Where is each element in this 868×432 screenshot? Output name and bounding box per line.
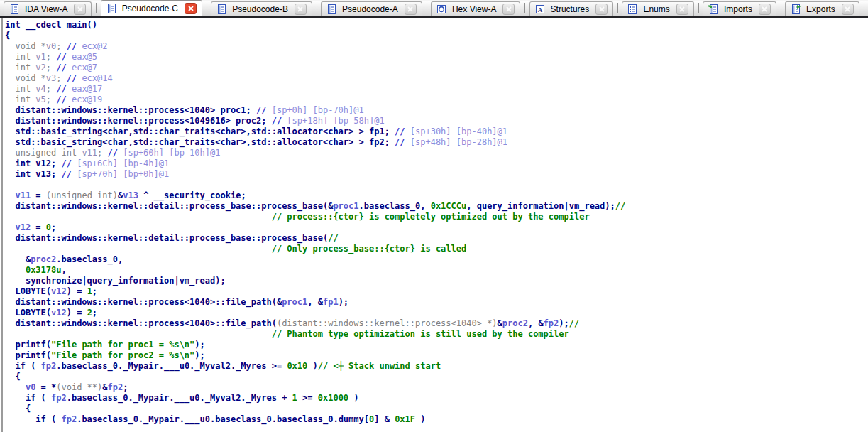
code-token[interactable]: fp2 [61, 414, 77, 424]
code-token[interactable]: ; [56, 41, 66, 51]
code-token[interactable]: fp2 [108, 382, 123, 392]
code-line[interactable]: int v2; // ecx@7 [5, 63, 868, 73]
code-token[interactable]: [sp+0h] [bp-70h]@1 [266, 105, 363, 115]
code-token[interactable]: ] & [374, 414, 395, 424]
code-token[interactable]: // <┼ Stack unwind start [318, 361, 441, 371]
code-token[interactable]: 0 [46, 222, 51, 232]
code-token[interactable]: .baseclass_0._Mypair.___u0._Myval2._Myre… [56, 361, 287, 371]
code-line[interactable]: distant::windows::kernel::detail::proces… [5, 233, 868, 244]
code-token[interactable]: 2 [87, 308, 92, 318]
code-token[interactable]: ; [97, 148, 107, 158]
code-token[interactable]: { [15, 372, 20, 382]
code-token[interactable]: std::basic_string<char,std::char_traits<… [15, 137, 395, 147]
code-token[interactable]: // [395, 126, 405, 136]
code-token[interactable]: if ( [35, 414, 61, 424]
code-token[interactable]: // [61, 169, 71, 179]
code-token[interactable]: [sp+18h] [bp-58h]@1 [282, 116, 385, 126]
code-token[interactable]: v3 [46, 73, 56, 83]
code-line[interactable]: void *v3; // ecx@14 [5, 73, 868, 84]
code-token[interactable]: [sp+60h] [bp-10h]@1 [118, 148, 221, 158]
close-icon[interactable] [842, 4, 854, 15]
code-token[interactable]: distant::windows::kernel::process<1040> … [15, 105, 256, 115]
code-token[interactable]: .baseclass_0._Mypair.___u0.baseclass_0.b… [77, 414, 369, 424]
code-token[interactable]: 0x3178u [26, 265, 62, 275]
code-token[interactable]: v4 [35, 84, 45, 94]
code-token[interactable]: , [61, 265, 66, 275]
code-token[interactable]: // [56, 63, 66, 72]
code-token[interactable]: ; [56, 73, 66, 83]
code-token[interactable]: , query_information|vm_read); [466, 201, 615, 211]
code-line[interactable]: std::basic_string<char,std::char_traits<… [5, 126, 868, 137]
code-line[interactable]: if ( fp2.baseclass_0._Mypair.___u0.basec… [5, 414, 868, 425]
code-token[interactable]: 1 [292, 393, 297, 403]
code-token[interactable]: // [61, 158, 71, 168]
code-token[interactable]: = [31, 190, 46, 200]
code-token[interactable]: proc1 [333, 201, 358, 211]
code-token[interactable]: LOBYTE( [15, 286, 51, 296]
code-line[interactable]: if ( fp2.baseclass_0._Mypair.___u0._Myva… [5, 393, 868, 404]
code-token[interactable]: int v13; [15, 169, 61, 179]
tab-enums[interactable]: Enums [622, 1, 693, 16]
code-token[interactable]: ecx@2 [77, 41, 107, 51]
tab-pseudocode-b[interactable]: Pseudocode-B [211, 1, 312, 16]
code-token[interactable]: int [15, 63, 35, 72]
tab-imports[interactable]: Imports [703, 1, 776, 16]
code-line[interactable]: { [5, 404, 868, 414]
code-line[interactable]: int v5; // ecx@19 [5, 94, 868, 105]
code-token[interactable]: ) [348, 393, 358, 403]
code-line[interactable]: distant::windows::kernel::process<104961… [5, 116, 868, 126]
code-token[interactable]: v12 [15, 222, 31, 232]
code-token[interactable]: proc2 [31, 254, 56, 264]
code-token[interactable]: & [102, 382, 107, 392]
code-token[interactable]: // [56, 84, 66, 94]
code-token[interactable]: // [328, 233, 338, 243]
code-token[interactable]: "File path for proc2 = %s\n" [51, 350, 194, 360]
code-token[interactable]: // [67, 73, 77, 83]
code-token[interactable]: 0x1F [395, 414, 415, 424]
code-line[interactable]: void *v0; // ecx@2 [5, 41, 868, 52]
code-token[interactable]: .baseclass_0._Mypair.___u0._Myval2._Myre… [67, 393, 292, 403]
code-token[interactable]: int [15, 84, 35, 94]
code-token[interactable]: { [5, 31, 10, 40]
code-token[interactable]: & [498, 318, 502, 328]
code-token[interactable]: eax@5 [67, 52, 97, 62]
code-token[interactable]: eax@17 [67, 84, 103, 94]
code-line[interactable]: std::basic_string<char,std::char_traits<… [5, 137, 868, 148]
code-token[interactable]: v1 [35, 52, 45, 62]
code-token[interactable]: [sp+30h] [bp-40h]@1 [405, 126, 508, 136]
code-token[interactable]: ; [46, 84, 56, 94]
code-line[interactable]: int __cdecl main() [5, 20, 868, 31]
code-token[interactable]: .baseclass_0, [359, 201, 431, 211]
code-token[interactable]: unsigned int [15, 148, 82, 158]
code-token[interactable]: ; [123, 382, 128, 392]
code-token[interactable]: { [26, 404, 31, 414]
code-line[interactable]: LOBYTE(v12) = 1; [5, 286, 868, 297]
code-token[interactable]: ecx@14 [77, 73, 113, 83]
code-token[interactable]: // [108, 148, 118, 158]
close-icon[interactable] [185, 3, 197, 14]
code-token[interactable]: v13 [123, 190, 138, 200]
code-token[interactable]: distant::windows::kernel::process<104961… [15, 116, 271, 126]
code-token[interactable]: synchronize|query_information|vm_read); [26, 276, 226, 286]
tab-ida-view-a[interactable]: IDA View-A [4, 1, 92, 16]
close-icon[interactable] [759, 4, 771, 15]
code-token[interactable]: 0x10 [287, 361, 307, 371]
code-token[interactable]: fp2 [41, 361, 57, 371]
code-token[interactable]: if ( [26, 393, 51, 403]
code-token[interactable]: ; [51, 222, 56, 232]
code-token[interactable]: distant::windows::kernel::process<1040>:… [15, 297, 282, 307]
code-token[interactable]: // [256, 105, 266, 115]
code-line[interactable]: printf("File path for proc2 = %s\n"); [5, 350, 868, 361]
code-token[interactable]: ; [92, 286, 97, 296]
code-token[interactable]: , & [307, 297, 323, 307]
close-icon[interactable] [676, 4, 688, 15]
code-token[interactable]: ); [339, 297, 348, 307]
code-token[interactable]: // [56, 52, 66, 62]
code-token[interactable]: int __cdecl main() [5, 20, 97, 30]
code-token[interactable]: int [15, 94, 35, 104]
code-token[interactable]: (unsigned int) [46, 190, 118, 200]
code-token[interactable]: v11 [15, 190, 31, 200]
code-token[interactable]: int v12; [15, 158, 61, 168]
code-token[interactable]: ); [559, 318, 568, 328]
code-token[interactable]: void * [15, 41, 45, 51]
